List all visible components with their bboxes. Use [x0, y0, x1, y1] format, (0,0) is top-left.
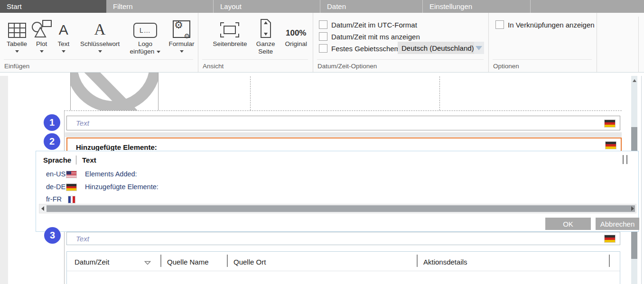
- header-cell-divider: [250, 76, 251, 110]
- cancel-button[interactable]: Abbrechen: [596, 218, 639, 230]
- text-a-icon: A: [59, 16, 68, 38]
- document-canvas: 1 2 3 Text Hinzugefügte Elemente: Sprach…: [0, 73, 644, 284]
- flag-us-icon: [66, 171, 77, 178]
- plot-button[interactable]: Plot: [31, 16, 52, 53]
- group-label-ansicht: Ansicht: [203, 63, 224, 70]
- column-header-quelle-ort[interactable]: Quelle Ort: [233, 258, 266, 266]
- text-field-3[interactable]: Text: [66, 232, 620, 245]
- column-header-text[interactable]: Text: [82, 156, 96, 164]
- tab-daten[interactable]: Daten: [320, 0, 422, 13]
- horizontal-scrollbar-thumb[interactable]: [47, 205, 635, 212]
- ribbon: Tabelle Plot A Text A Schlüsselwort: [0, 13, 644, 73]
- lang-code[interactable]: de-DE: [46, 183, 65, 191]
- left-gutter: [0, 76, 8, 284]
- column-divider[interactable]: [417, 255, 418, 267]
- tabelle-button[interactable]: Tabelle: [3, 16, 31, 53]
- chevron-down-icon: [180, 50, 184, 53]
- company-logo-image: [71, 73, 158, 110]
- ok-button[interactable]: OK: [545, 218, 591, 230]
- column-divider[interactable]: [160, 255, 161, 267]
- locale-dropdown-button[interactable]: [474, 42, 484, 54]
- group-datum-zeit: Datum/Zeit im UTC-Format Datum/Zeit mit …: [313, 13, 489, 72]
- scroll-left-arrow-icon[interactable]: [41, 206, 44, 211]
- full-page-icon: [259, 16, 272, 38]
- column-resize-handle[interactable]: [623, 155, 624, 164]
- fixed-locale-checkbox[interactable]: [319, 44, 327, 53]
- zoom-100-label: 100%: [286, 16, 306, 38]
- scroll-up-arrow-icon[interactable]: [633, 79, 636, 82]
- flag-de-icon: [66, 183, 77, 191]
- column-header-datum-zeit[interactable]: Datum/Zeit: [75, 258, 109, 266]
- flag-de-icon: [604, 235, 616, 243]
- page-width-icon: [220, 16, 240, 38]
- text-button[interactable]: A Text: [52, 16, 75, 53]
- column-header-aktionsdetails[interactable]: Aktionsdetails: [423, 258, 467, 266]
- formular-button[interactable]: ⚙⚙ Formular: [165, 16, 198, 53]
- callout-badge-3: 3: [44, 227, 61, 244]
- schluesselwort-button[interactable]: A Schlüsselwort: [75, 16, 125, 53]
- chevron-down-icon: [476, 46, 482, 50]
- group-optionen: In Verknüpfungen anzeigen Optionen: [489, 13, 597, 72]
- tab-einstellungen[interactable]: Einstellungen: [422, 0, 531, 13]
- show-links-checkbox-row[interactable]: In Verknüpfungen anzeigen: [495, 20, 595, 29]
- column-divider[interactable]: [227, 255, 228, 267]
- ribbon-tab-bar: Start Filtern Layout Daten Einstellungen: [0, 0, 644, 13]
- lang-code[interactable]: en-US: [46, 170, 65, 178]
- group-label-einfuegen: Einfügen: [4, 63, 29, 70]
- original-zoom-button[interactable]: 100% Original: [279, 16, 313, 48]
- text-field-1[interactable]: Text: [66, 116, 620, 130]
- flag-de-icon: [604, 119, 616, 128]
- translation-text[interactable]: Hinzugefügte Elemente:: [85, 183, 159, 191]
- ms-checkbox-row[interactable]: Datum/Zeit mit ms anzeigen: [319, 32, 420, 41]
- chevron-down-icon: [98, 50, 102, 53]
- flag-fr-icon: [68, 196, 75, 203]
- utc-checkbox[interactable]: [319, 20, 327, 29]
- column-resize-handle[interactable]: [626, 155, 627, 164]
- sort-arrow-icon[interactable]: [144, 261, 151, 265]
- ganze-seite-button[interactable]: Ganze Seite: [252, 16, 280, 55]
- flag-de-icon: [605, 141, 616, 149]
- column-divider[interactable]: [76, 156, 76, 165]
- table-icon: [8, 16, 26, 38]
- column-header-quelle-name[interactable]: Quelle Name: [167, 258, 209, 266]
- header-underline: [67, 271, 620, 271]
- utc-checkbox-row[interactable]: Datum/Zeit im UTC-Format: [319, 20, 417, 29]
- header-cell-divider: [439, 76, 440, 110]
- horizontal-scrollbar-track[interactable]: [39, 204, 636, 213]
- keyword-a-icon: A: [94, 16, 106, 38]
- window-right-edge: [641, 76, 642, 284]
- translation-popup: Sprache Text en-US Elements Added: de-DE…: [36, 151, 639, 232]
- fixed-locale-checkbox-row[interactable]: Festes Gebietsschema: [319, 44, 404, 53]
- chevron-down-icon: [40, 50, 44, 53]
- seitenbreite-button[interactable]: Seitenbreite: [208, 16, 252, 48]
- group-label-optionen: Optionen: [493, 63, 519, 70]
- logo-placeholder-icon: L…: [133, 16, 157, 38]
- translation-text[interactable]: Elements Added:: [85, 170, 137, 178]
- logo-einfuegen-button[interactable]: L… Logo einfügen: [125, 16, 166, 55]
- callout-badge-1: 1: [44, 114, 60, 131]
- tab-filtern[interactable]: Filtern: [106, 0, 213, 13]
- ms-checkbox[interactable]: [319, 32, 327, 41]
- row-spacer: [65, 132, 622, 137]
- column-divider[interactable]: [609, 255, 610, 267]
- lang-code[interactable]: fr-FR: [46, 195, 62, 203]
- log-table: Datum/Zeit Quelle Name Quelle Ort Aktion…: [66, 251, 620, 284]
- scroll-right-arrow-icon[interactable]: [631, 206, 634, 211]
- show-links-checkbox[interactable]: [495, 20, 504, 29]
- tab-layout[interactable]: Layout: [213, 0, 320, 13]
- plot-shapes-icon: [31, 16, 52, 38]
- logo-cell[interactable]: [70, 73, 159, 110]
- callout-badge-2: 2: [44, 133, 60, 150]
- group-ansicht: Seitenbreite Ganze Seite 100% Original A…: [198, 13, 313, 72]
- chevron-down-icon: [157, 51, 160, 53]
- group-einfuegen: Tabelle Plot A Text A Schlüsselwort: [0, 13, 198, 72]
- chevron-down-icon: [62, 50, 65, 53]
- tab-start[interactable]: Start: [0, 0, 106, 13]
- column-header-sprache[interactable]: Sprache: [43, 156, 71, 164]
- chevron-down-icon: [15, 50, 19, 53]
- form-gears-icon: ⚙⚙: [173, 16, 190, 38]
- group-label-datum-zeit: Datum/Zeit-Optionen: [317, 63, 377, 70]
- header-bottom-divider: [64, 110, 622, 111]
- locale-select[interactable]: Deutsch (Deutschland): [398, 42, 484, 54]
